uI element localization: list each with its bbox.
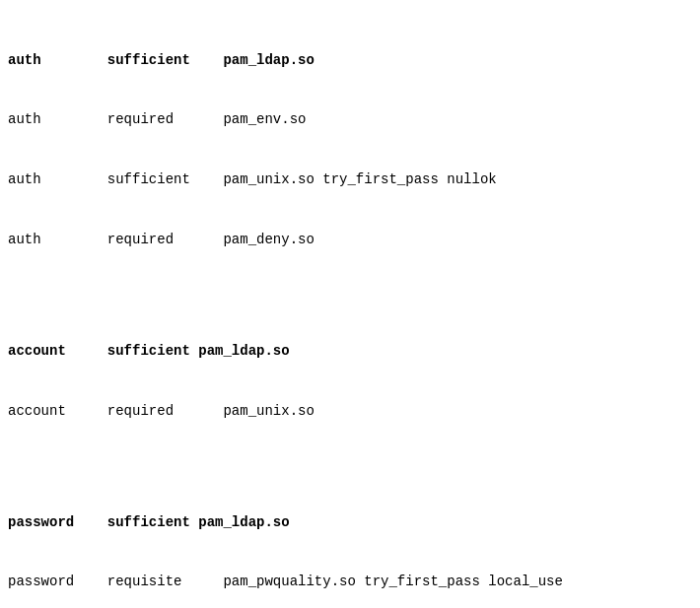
line-auth-1: auth sufficient pam_ldap.so (8, 50, 692, 70)
line-auth-4: auth required pam_deny.so (8, 230, 692, 249)
spacer-1 (8, 290, 692, 301)
line-auth-3: auth sufficient pam_unix.so try_first_pa… (8, 169, 692, 189)
spacer-2 (8, 461, 692, 472)
line-account-2: account required pam_unix.so (8, 401, 692, 421)
line-auth-2: auth required pam_env.so (8, 109, 692, 129)
line-password-2: password requisite pam_pwquality.so try_… (8, 572, 692, 591)
pam-config-block: auth sufficient pam_ldap.so auth require… (8, 10, 692, 608)
line-password-1: password sufficient pam_ldap.so (8, 512, 692, 532)
line-account-1: account sufficient pam_ldap.so (8, 341, 692, 361)
